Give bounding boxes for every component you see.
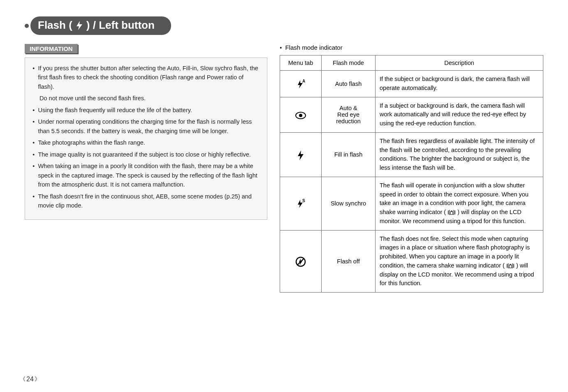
mode-desc: The flash does not fire. Select this mod… <box>376 230 543 293</box>
info-item: The flash doesn't fire in the continuous… <box>32 192 260 210</box>
th-flash-mode: Flash mode <box>322 55 376 71</box>
info-item-cont: Do not move until the second flash fires… <box>39 94 260 103</box>
auto-flash-icon: A <box>280 71 322 97</box>
mode-name: Auto & Red eye reduction <box>322 97 376 132</box>
mode-name: Slow synchro <box>322 177 376 230</box>
shake-warning-icon <box>506 262 516 269</box>
page-title-row: Flash ( ) / Left button <box>25 16 543 35</box>
info-item: Using the flash frequently will reduce t… <box>32 106 260 115</box>
table-header-row: Menu tab Flash mode Description <box>280 55 543 71</box>
svg-text:A: A <box>302 79 305 83</box>
flash-mode-table: Menu tab Flash mode Description A Auto f… <box>280 55 543 293</box>
mode-desc: The flash will operate in conjunction wi… <box>376 177 543 230</box>
page-number: 《 24 》 <box>20 376 40 383</box>
title-suffix: ) / Left button <box>86 19 155 32</box>
fill-flash-icon <box>280 132 322 177</box>
title-prefix: Flash ( <box>38 19 72 32</box>
page-title: Flash ( ) / Left button <box>30 16 171 35</box>
flash-off-icon <box>280 230 322 293</box>
slow-sync-icon: S <box>280 177 322 230</box>
table-row: A Auto flash If the subject or backgroun… <box>280 71 543 97</box>
svg-point-2 <box>299 114 302 117</box>
mode-name: Fill in flash <box>322 132 376 177</box>
flash-mode-indicator-heading: Flash mode indicator <box>280 44 543 51</box>
shake-warning-icon <box>447 209 457 215</box>
info-item: Under normal operating conditions the ch… <box>32 117 260 136</box>
angle-right-icon: 》 <box>35 376 40 383</box>
info-item: Take photographs within the flash range. <box>32 138 260 147</box>
bolt-icon <box>76 21 83 30</box>
mode-name: Flash off <box>322 230 376 293</box>
th-description: Description <box>376 55 543 71</box>
info-item: The image quality is not guaranteed if t… <box>32 150 260 159</box>
mode-desc: If a subject or background is dark, the … <box>376 97 543 132</box>
mode-name: Auto flash <box>322 71 376 97</box>
red-eye-icon <box>280 97 322 132</box>
table-row: Auto & Red eye reduction If a subject or… <box>280 97 543 132</box>
table-row: Fill in flash The flash fires regardless… <box>280 132 543 177</box>
title-lead-dot <box>25 24 29 28</box>
th-menu-tab: Menu tab <box>280 55 322 71</box>
table-row: S Slow synchro The flash will operate in… <box>280 177 543 230</box>
angle-left-icon: 《 <box>20 376 26 383</box>
mode-desc: The flash fires regardless of available … <box>376 132 543 177</box>
svg-text:S: S <box>302 198 305 203</box>
info-item: If you press the shutter button after se… <box>32 64 260 91</box>
mode-desc: If the subject or background is dark, th… <box>376 71 543 97</box>
table-row: Flash off The flash does not fire. Selec… <box>280 230 543 293</box>
information-box: If you press the shutter button after se… <box>25 58 267 220</box>
information-label: INFORMATION <box>25 44 78 53</box>
info-item: When taking an image in a poorly lit con… <box>32 161 260 189</box>
